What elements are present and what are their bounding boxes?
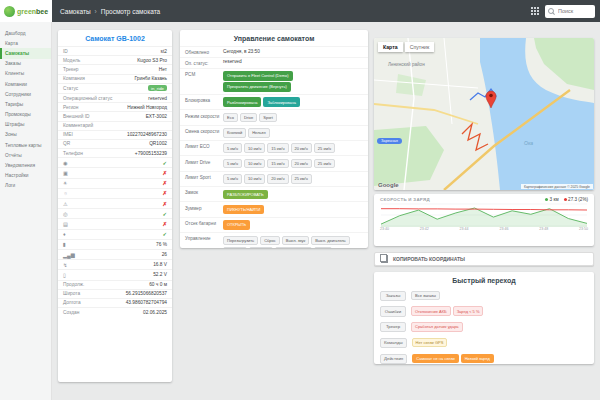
quick-nav-chips: Отключение АКБЗаряд < 5 % — [411, 306, 588, 317]
quick-section-button[interactable]: Трекер — [380, 322, 406, 332]
quick-nav-rows: ЗаказыВсе заказыОшибкиОтключение АКБЗаря… — [374, 288, 594, 364]
control-chip[interactable]: 25 км/ч — [314, 159, 335, 169]
control-chip[interactable]: 10 км/ч — [244, 159, 265, 169]
scooter-card-title: Самокат GB-1002 — [58, 30, 172, 46]
control-chip[interactable]: 20 км/ч — [291, 143, 312, 153]
control-chip[interactable]: 15 км/ч — [267, 159, 288, 169]
sidebar-item[interactable]: Заказы — [0, 59, 51, 69]
icon-value: 16.8 V — [153, 262, 167, 267]
quick-nav-row: ДействияСамокат не на связиНизкий заряд — [374, 351, 594, 364]
chart-x-label: 23:44 — [460, 227, 469, 231]
control-chip[interactable]: 25 км/ч — [291, 174, 312, 184]
icon-row: ↯16.8 V — [58, 259, 172, 269]
quick-nav-chip[interactable]: Все заказы — [411, 291, 440, 301]
info-value: EXT-3002 — [146, 114, 167, 119]
control-chip[interactable]: ПИКНУТЬ/НАЙТИ — [223, 205, 264, 215]
control-chip[interactable]: 5 км/ч — [223, 174, 242, 184]
quick-nav-chip[interactable]: Сработал датчик удара — [411, 322, 463, 332]
control-chip[interactable]: Прекратить движение (Вернуть) — [223, 82, 291, 92]
control-value: reserved — [223, 59, 363, 64]
quick-section-button[interactable]: Заказы — [380, 291, 406, 301]
copy-icon — [381, 255, 388, 263]
control-chip[interactable]: ОТКРЫТЬ — [223, 220, 250, 230]
quick-nav-chip[interactable]: Отключение АКБ — [411, 306, 451, 316]
control-chip[interactable]: 15 км/ч — [267, 143, 288, 153]
control-chip[interactable]: FOTA — [314, 247, 332, 248]
control-chip[interactable]: Выкл. двигатель — [311, 236, 349, 246]
control-chip[interactable]: РАЗБЛОКИРОВАТЬ — [223, 190, 268, 200]
quick-nav-chip[interactable]: Самокат не на связи — [412, 354, 458, 364]
power-icon: ◉ — [63, 160, 68, 166]
control-chip[interactable]: Перезагрузить — [223, 236, 258, 246]
control-label: Режим скорости — [185, 112, 223, 119]
sidebar-item[interactable]: Дашборд — [0, 28, 51, 38]
control-chip[interactable]: 5 км/ч — [223, 143, 242, 153]
search-box[interactable] — [545, 5, 595, 18]
sidebar-item[interactable]: Отчёты — [0, 150, 51, 160]
sidebar-item[interactable]: Настройки — [0, 171, 51, 181]
sidebar-item[interactable]: Тарифы — [0, 99, 51, 109]
icon-row: ▣✗ — [58, 167, 172, 177]
control-chip[interactable]: Сброс — [260, 236, 280, 246]
sidebar-item[interactable]: Самокаты — [0, 48, 51, 58]
info-row: Долгота43.9860782704794 — [58, 298, 172, 307]
sidebar-item[interactable]: Промокоды — [0, 110, 51, 120]
sidebar-item[interactable]: Клиенты — [0, 69, 51, 79]
copy-coordinates-button[interactable]: КОПИРОВАТЬ КООРДИНАТЫ — [374, 252, 594, 266]
control-chip[interactable]: Drive — [240, 113, 257, 123]
map-tab-satellite[interactable]: Спутник — [405, 42, 435, 52]
control-chip[interactable]: 5 км/ч — [223, 159, 242, 169]
quick-nav-chip[interactable]: Заряд < 5 % — [453, 306, 484, 316]
sidebar-item[interactable]: Тепловые карты — [0, 140, 51, 150]
quick-nav-chip[interactable]: Нет связи GPS — [412, 338, 448, 348]
chart-title: СКОРОСТЬ И ЗАРЯД — [380, 197, 430, 202]
breadcrumb-separator: › — [95, 8, 97, 15]
status-badge: in_ride — [148, 85, 167, 91]
control-chip[interactable]: Sport — [259, 113, 277, 123]
search-input[interactable] — [556, 7, 592, 15]
control-chip[interactable]: 10 км/ч — [244, 143, 265, 153]
hood-icon: ▤ — [63, 221, 68, 227]
control-chip[interactable]: DOUT=1 — [223, 247, 247, 248]
map-poi-badge[interactable]: Заречная — [377, 138, 402, 144]
control-chip[interactable]: Запросить GPS — [275, 247, 312, 248]
control-value: 5 км/ч10 км/ч15 км/ч20 км/ч25 км/ч — [223, 143, 363, 154]
sidebar-item[interactable]: Логи — [0, 181, 51, 191]
quick-section-button[interactable]: Команды — [380, 338, 407, 348]
control-chip[interactable]: 20 км/ч — [267, 174, 288, 184]
control-chip[interactable]: Нельзя — [248, 128, 269, 138]
info-value: 56.2915066820537 — [126, 291, 167, 296]
breadcrumb-section[interactable]: Самокаты — [60, 8, 91, 15]
logo[interactable]: greenbee — [0, 0, 52, 22]
quick-section-button[interactable]: Ошибки — [380, 306, 406, 316]
sidebar-item[interactable]: Карта — [0, 38, 51, 48]
info-row: Создан02.06.2025 — [58, 307, 172, 316]
stat-dot — [564, 198, 567, 201]
sidebar-item[interactable]: Компании — [0, 79, 51, 89]
info-label: Регион — [63, 105, 124, 110]
control-chip[interactable]: Eco — [223, 113, 238, 123]
control-chip[interactable]: Кнопкой — [223, 128, 246, 138]
control-chip[interactable]: Заблокирована — [263, 97, 300, 107]
sidebar-item[interactable]: Сотрудники — [0, 89, 51, 99]
info-label: QR — [63, 141, 146, 146]
quick-nav-chip[interactable]: Низкий заряд — [461, 354, 494, 364]
control-chip[interactable]: Разблокирована — [223, 97, 261, 107]
apps-grid-icon[interactable] — [531, 7, 539, 15]
map-tab-map[interactable]: Карта — [378, 42, 403, 52]
sidebar-item[interactable]: Зоны — [0, 130, 51, 140]
control-chip[interactable]: 20 км/ч — [291, 159, 312, 169]
control-chip[interactable]: 10 км/ч — [244, 174, 265, 184]
icon-row: ☀✗ — [58, 178, 172, 188]
quick-section-button[interactable]: Действия — [380, 354, 407, 364]
sidebar-item[interactable]: Уведомления — [0, 160, 51, 170]
map-canvas[interactable] — [374, 38, 594, 190]
control-label: Лимит Sport — [185, 173, 223, 180]
control-row: PCMОтправить в Fleet Control (Demo)Прекр… — [180, 68, 368, 95]
sidebar-item[interactable]: Штрафы — [0, 120, 51, 130]
control-chip[interactable]: Выкл. звук — [282, 236, 310, 246]
control-chip[interactable]: 25 км/ч — [314, 143, 335, 153]
control-chip[interactable]: DOUT=0 — [249, 247, 273, 248]
info-label: ID — [63, 49, 158, 54]
control-chip[interactable]: Отправить в Fleet Control (Demo) — [223, 71, 293, 81]
